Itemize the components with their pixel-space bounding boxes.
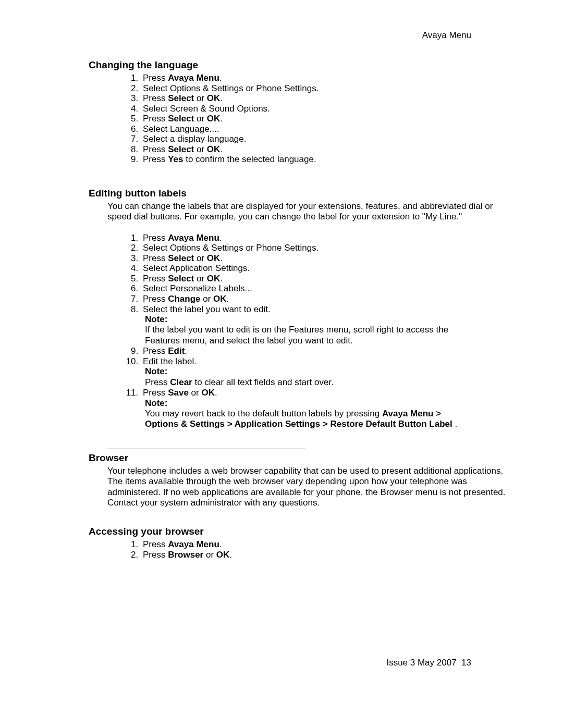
note-label: Note:	[145, 314, 474, 325]
intro-browser: Your telephone includes a web browser ca…	[107, 466, 506, 509]
section-title-editing-labels: Editing button labels	[89, 188, 516, 199]
step-item: Press Select or OK.	[141, 253, 516, 264]
footer-page-number: 13	[461, 658, 471, 668]
step-item: Press Save or OK.	[141, 388, 516, 398]
note-block-2: Note: Press Clear to clear all text fiel…	[145, 366, 474, 388]
step-item: Select Personalize Labels...	[141, 283, 516, 294]
step-item: Edit the label.	[141, 356, 516, 367]
steps-editing-labels-b: Press Edit.Edit the label.	[89, 346, 516, 366]
section-title-browser: Browser	[89, 452, 516, 464]
menu-path: Options & Settings	[145, 419, 225, 429]
step-item: Press Select or OK.	[141, 114, 516, 124]
step-item: Press Select or OK.	[141, 274, 516, 284]
step-item: Select Screen & Sound Options.	[141, 104, 516, 114]
note-label: Note:	[145, 398, 474, 409]
note-label: Note:	[145, 366, 474, 377]
note-block-3: Note: You may revert back to the default…	[145, 398, 474, 430]
intro-editing-labels: You can change the labels that are displ…	[107, 201, 506, 223]
menu-path: Avaya Menu	[382, 409, 434, 418]
note-body: If the label you want to edit is on the …	[145, 325, 474, 346]
section-divider	[107, 449, 305, 449]
page-header-right: Avaya Menu	[422, 30, 471, 41]
page-footer: Issue 3 May 2007 13	[386, 658, 471, 668]
note-body: You may revert back to the default butto…	[145, 409, 474, 430]
menu-path: Application Settings	[235, 419, 320, 429]
menu-sep: >	[320, 419, 330, 429]
steps-accessing-browser: Press Avaya Menu.Press Browser or OK.	[89, 539, 516, 560]
note-text: to clear all text fields and start over.	[192, 377, 334, 387]
menu-path: Restore Default Button Label	[330, 419, 452, 429]
page-content: Changing the language Press Avaya Menu.S…	[89, 59, 516, 560]
step-item: Press Browser or OK.	[141, 550, 516, 560]
step-item: Press Yes to confirm the selected langua…	[141, 154, 516, 165]
step-item: Select the label you want to edit.	[141, 304, 516, 315]
step-item: Press Edit.	[141, 346, 516, 356]
note-block-1: Note: If the label you want to edit is o…	[145, 314, 474, 346]
section-title-changing-language: Changing the language	[89, 59, 516, 71]
step-item: Select Options & Settings or Phone Setti…	[141, 243, 516, 253]
step-item: Press Select or OK.	[141, 93, 516, 104]
step-item: Select Options & Settings or Phone Setti…	[141, 83, 516, 94]
document-page: Avaya Menu Changing the language Press A…	[0, 0, 563, 728]
note-bold: Clear	[170, 377, 192, 387]
step-item: Press Change or OK.	[141, 294, 516, 304]
step-item: Press Select or OK.	[141, 144, 516, 155]
step-item: Press Avaya Menu.	[141, 233, 516, 243]
step-item: Select a display language.	[141, 134, 516, 144]
note-text: .	[452, 419, 457, 429]
step-item: Press Avaya Menu.	[141, 539, 516, 550]
steps-editing-labels-c: Press Save or OK.	[89, 388, 516, 398]
step-item: Select Language....	[141, 124, 516, 134]
steps-editing-labels: Press Avaya Menu.Select Options & Settin…	[89, 233, 516, 314]
note-body: Press Clear to clear all text fields and…	[145, 377, 474, 388]
step-item: Select Application Settings.	[141, 263, 516, 274]
note-text: You may revert back to the default butto…	[145, 409, 382, 418]
section-title-accessing-browser: Accessing your browser	[89, 526, 516, 537]
footer-issue: Issue 3 May 2007	[386, 658, 456, 668]
menu-sep: >	[433, 409, 441, 418]
menu-sep: >	[225, 419, 235, 429]
steps-changing-language: Press Avaya Menu.Select Options & Settin…	[89, 73, 516, 165]
step-item: Press Avaya Menu.	[141, 73, 516, 83]
note-text: Press	[145, 377, 170, 387]
